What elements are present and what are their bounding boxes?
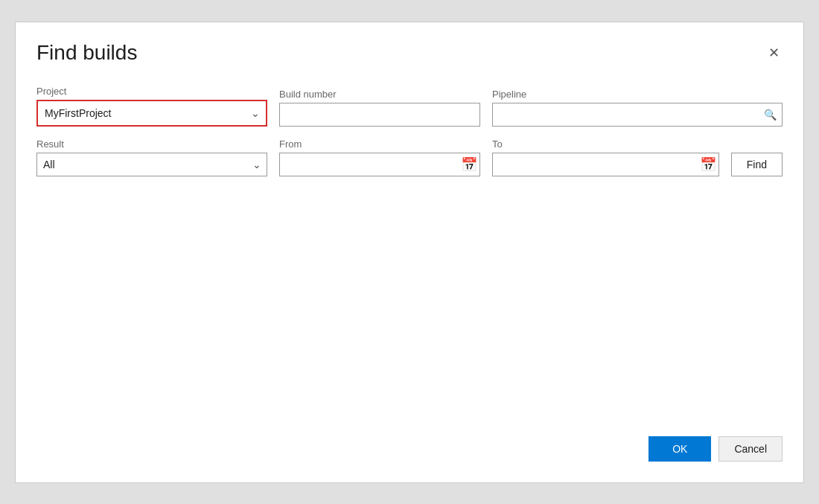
to-date-input[interactable] xyxy=(492,153,719,176)
to-date-field: To 📅 xyxy=(492,138,719,176)
find-builds-dialog: Find builds ✕ Project MyFirstProject ⌄ B… xyxy=(15,22,804,483)
project-field: Project MyFirstProject ⌄ xyxy=(36,86,267,127)
project-label: Project xyxy=(36,86,267,97)
pipeline-field: Pipeline 🔍 xyxy=(492,89,783,127)
project-select-highlighted: MyFirstProject ⌄ xyxy=(36,100,267,127)
to-label: To xyxy=(492,138,719,150)
form-row-1: Project MyFirstProject ⌄ Build number Pi… xyxy=(36,86,783,127)
form-row-2: Result All ⌄ From 📅 To 📅 Fi xyxy=(36,138,783,176)
find-button[interactable]: Find xyxy=(731,153,783,176)
dialog-footer: OK Cancel xyxy=(36,421,783,462)
to-date-wrapper: 📅 xyxy=(492,153,719,176)
project-select-wrapper: MyFirstProject ⌄ xyxy=(38,101,266,125)
close-button[interactable]: ✕ xyxy=(765,43,783,63)
pipeline-input-wrapper: 🔍 xyxy=(492,103,783,127)
result-label: Result xyxy=(36,138,267,150)
result-select-wrapper: All ⌄ xyxy=(36,153,267,176)
from-label: From xyxy=(279,138,480,150)
build-number-label: Build number xyxy=(279,89,480,100)
pipeline-label: Pipeline xyxy=(492,89,783,100)
pipeline-input[interactable] xyxy=(492,103,783,127)
dialog-title: Find builds xyxy=(36,40,137,66)
result-select[interactable]: All xyxy=(36,153,267,176)
from-date-input[interactable] xyxy=(279,153,480,176)
dialog-header: Find builds ✕ xyxy=(36,40,783,66)
result-field: Result All ⌄ xyxy=(36,138,267,176)
ok-button[interactable]: OK xyxy=(648,436,711,462)
project-select[interactable]: MyFirstProject xyxy=(38,101,266,125)
from-date-wrapper: 📅 xyxy=(279,153,480,176)
content-spacer xyxy=(36,188,783,421)
from-date-field: From 📅 xyxy=(279,138,480,176)
build-number-input[interactable] xyxy=(279,103,480,127)
cancel-button[interactable]: Cancel xyxy=(718,436,783,462)
build-number-field: Build number xyxy=(279,89,480,127)
